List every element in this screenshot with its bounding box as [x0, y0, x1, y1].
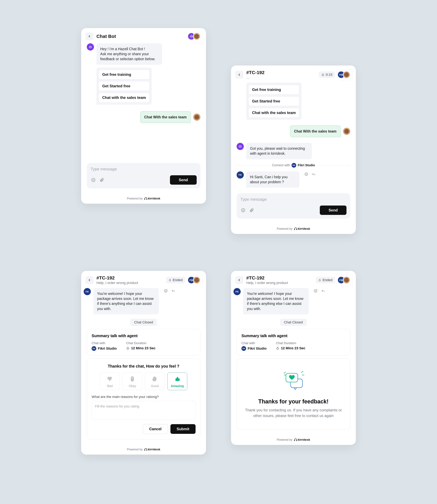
connect-with-divider: Connect with FIK Fikri Studio [237, 162, 350, 169]
ticket-subtitle: Help, I order wrong product [246, 281, 313, 285]
feedback-question: Thanks for the chat, How do you feel ? [92, 364, 196, 369]
react-icon[interactable] [163, 288, 169, 294]
option-sales-team[interactable]: Chat with the sales team [248, 108, 299, 118]
attachment-icon[interactable] [249, 207, 254, 213]
svg-point-18 [241, 209, 245, 212]
summary-title: Summary talk with agent [92, 333, 196, 338]
svg-rect-38 [296, 440, 297, 441]
rating-good[interactable]: Good [145, 372, 165, 390]
user-message: Chat With the sales team [290, 125, 340, 137]
emoji-icon[interactable] [240, 207, 246, 213]
status-ended-badge: Ended [166, 277, 185, 283]
user-message: Chat With the sales team [140, 111, 191, 123]
svg-rect-22 [296, 229, 297, 230]
duration-label: Chat Duration [276, 341, 305, 345]
chat-with-label: Chat with [92, 341, 117, 345]
svg-point-7 [93, 179, 93, 180]
svg-point-2 [192, 36, 192, 37]
reply-icon[interactable] [321, 288, 326, 294]
message-input[interactable] [240, 197, 347, 202]
rating-bad[interactable]: Bad [100, 372, 120, 390]
option-get-started[interactable]: Get Started free [248, 96, 299, 106]
attachment-icon[interactable] [99, 177, 105, 183]
arrow-left-icon [237, 278, 241, 282]
option-sales-team[interactable]: Chat with the sales team [99, 93, 149, 103]
rating-amazing[interactable]: Amazing [167, 372, 187, 390]
back-button[interactable] [86, 276, 93, 284]
svg-point-14 [240, 146, 241, 147]
svg-point-34 [277, 347, 279, 350]
svg-point-20 [244, 209, 244, 210]
message-input-area: Send [237, 193, 350, 219]
timer-badge: 0:15 [319, 71, 335, 78]
bot-connecting-message: Got you, please wait to connecting with … [246, 143, 312, 159]
reply-icon[interactable] [171, 288, 176, 294]
back-button[interactable] [235, 71, 243, 79]
send-button[interactable]: Send [170, 175, 197, 185]
ticket-subtitle: ... [246, 76, 316, 79]
header: #TC-192 ... 0:15 FIK [231, 66, 356, 83]
thank-you-card: Thanks for your feedback! Thank you for … [237, 359, 350, 430]
svg-rect-37 [294, 440, 295, 441]
bot-intro-message: Hey ! i'm a Hazell Chat Bot ! Ask me any… [97, 43, 162, 65]
participants-avatars [188, 33, 200, 40]
arrow-left-icon [87, 278, 91, 282]
quick-options: Get free training Get Started free Chat … [246, 83, 301, 120]
headset-icon [144, 197, 147, 200]
brand-logo: kirridesk [144, 448, 160, 451]
svg-point-5 [91, 47, 91, 48]
powered-by: Powered by kirridesk [231, 435, 356, 445]
svg-point-11 [322, 74, 324, 76]
agent-avatar-icon: FIK [233, 288, 241, 295]
ok-hand-icon [129, 376, 136, 383]
option-free-training[interactable]: Get free training [99, 70, 149, 79]
thumbs-down-icon [107, 376, 113, 383]
svg-point-8 [94, 179, 94, 180]
summary-card: Summary talk with agent Chat with FIK Fi… [237, 329, 350, 355]
arrow-left-icon [237, 73, 241, 77]
emoji-icon[interactable] [90, 177, 96, 183]
brand-logo: kirridesk [144, 197, 160, 200]
svg-rect-29 [147, 450, 147, 450]
user-avatar-icon [193, 114, 200, 121]
agent-last-message: You're welcome! I hope your package arri… [243, 288, 309, 314]
agent-avatar-icon: FIK [84, 288, 91, 295]
svg-point-4 [89, 47, 90, 48]
svg-rect-28 [144, 450, 145, 450]
brand-logo: kirridesk [294, 227, 310, 230]
svg-point-19 [242, 209, 243, 210]
react-icon[interactable] [313, 288, 318, 294]
powered-by: Powered by kirridesk [231, 224, 356, 234]
duration-label: Chat Duration [126, 341, 156, 345]
chat-with-label: Chat with [241, 341, 267, 345]
svg-point-13 [239, 146, 240, 147]
duration-value: 12 Mins 23 Sec [276, 346, 305, 350]
svg-rect-9 [144, 199, 145, 200]
back-button[interactable] [86, 32, 93, 40]
arrow-left-icon [87, 34, 91, 38]
svg-point-6 [92, 178, 95, 182]
reply-icon[interactable] [311, 171, 317, 177]
summary-title: Summary talk with agent [241, 333, 345, 338]
stopwatch-icon [318, 279, 321, 281]
rating-okay[interactable]: Okay [122, 372, 142, 390]
react-icon[interactable] [303, 171, 309, 177]
submit-button[interactable]: Submit [170, 424, 196, 434]
svg-point-32 [315, 290, 315, 291]
back-button[interactable] [235, 276, 243, 284]
message-input[interactable] [90, 167, 197, 171]
reasons-textarea[interactable] [92, 401, 196, 420]
raised-hand-icon [152, 376, 158, 383]
chat-closed-chip: Chat Closed [130, 319, 157, 326]
option-get-started[interactable]: Get Started free [99, 81, 149, 91]
chat-widget-connecting: #TC-192 ... 0:15 FIK Get free training G… [231, 66, 356, 234]
send-button[interactable]: Send [320, 206, 347, 215]
widget-title: Chat Bot [97, 34, 184, 39]
svg-point-25 [165, 290, 165, 291]
stopwatch-icon [169, 279, 171, 281]
svg-point-16 [306, 173, 306, 174]
bot-avatar-icon [237, 143, 244, 150]
cancel-button[interactable]: Cancel [143, 424, 168, 434]
thumbs-up-icon [174, 376, 180, 383]
option-free-training[interactable]: Get free training [248, 85, 299, 95]
